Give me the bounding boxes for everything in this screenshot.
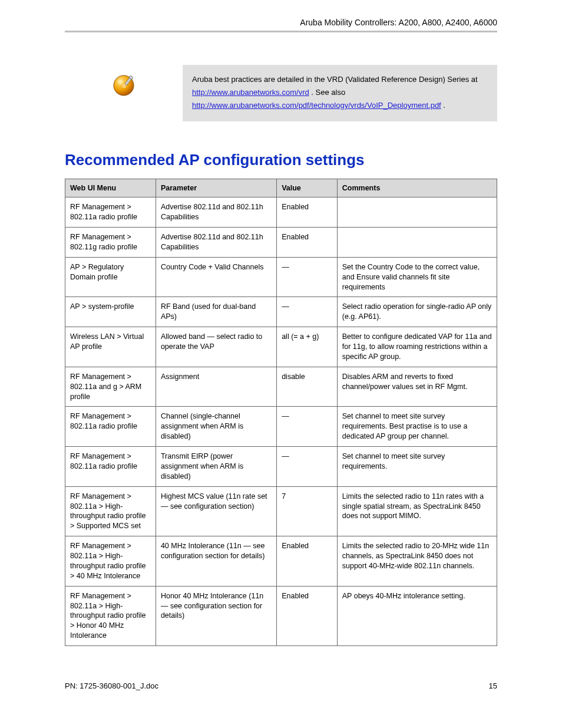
table-row: RF Management > 802.11a > High-throughpu… — [65, 486, 497, 536]
table-row: RF Management > 802.11a > High-throughpu… — [65, 536, 497, 587]
table-header-row: Web UI Menu Parameter Value Comments — [65, 179, 497, 197]
table-row: AP > Regulatory Domain profileCountry Co… — [65, 257, 497, 297]
note-block: Aruba best practices are detailed in the… — [65, 65, 497, 121]
cell-comment: Set the Country Code to the correct valu… — [337, 257, 497, 297]
cell-param: RF Band (used for dual-band APs) — [156, 297, 276, 327]
table-row: Wireless LAN > Virtual AP profileAllowed… — [65, 327, 497, 367]
cell-value: Enabled — [277, 228, 338, 258]
note-mid: . See also — [311, 88, 345, 97]
cell-menu: Wireless LAN > Virtual AP profile — [65, 327, 156, 367]
note-suffix: . — [443, 101, 445, 110]
th-value: Value — [277, 179, 338, 197]
note-prefix: Aruba best practices are detailed in the… — [192, 75, 478, 84]
cell-value: 7 — [277, 486, 338, 536]
svg-point-3 — [118, 80, 123, 84]
cell-menu: AP > system-profile — [65, 297, 156, 327]
cell-param: Allowed band — select radio to operate t… — [156, 327, 276, 367]
note-link-2[interactable]: http://www.arubanetworks.com/pdf/technol… — [192, 101, 441, 110]
svg-point-2 — [123, 84, 127, 88]
cell-comment: Disables ARM and reverts to fixed channe… — [337, 367, 497, 407]
page-header: Aruba Mobility Controllers: A200, A800, … — [65, 18, 497, 27]
th-comment: Comments — [337, 179, 497, 197]
cell-value: — — [277, 257, 338, 297]
pushpin-icon — [111, 71, 137, 97]
cell-param: Highest MCS value (11n rate set — see co… — [156, 486, 276, 536]
cell-param: Channel (single-channel assignment when … — [156, 407, 276, 447]
note-text: Aruba best practices are detailed in the… — [183, 65, 497, 121]
settings-table: Web UI Menu Parameter Value Comments RF … — [65, 179, 497, 646]
cell-value: — — [277, 407, 338, 447]
cell-menu: RF Management > 802.11a > High-throughpu… — [65, 586, 156, 645]
header-rule — [65, 31, 497, 32]
cell-value: Enabled — [277, 197, 338, 228]
table-row: RF Management > 802.11a > High-throughpu… — [65, 586, 497, 645]
cell-comment: AP obeys 40-MHz intolerance setting. — [337, 586, 497, 645]
cell-param: Assignment — [156, 367, 276, 407]
cell-menu: RF Management > 802.11a and g > ARM prof… — [65, 367, 156, 407]
th-menu: Web UI Menu — [65, 179, 156, 197]
cell-value: all (= a + g) — [277, 327, 338, 367]
cell-comment: Limits the selected radio to 11n rates w… — [337, 486, 497, 536]
cell-menu: RF Management > 802.11a radio profile — [65, 447, 156, 487]
table-row: RF Management > 802.11a radio profileCha… — [65, 407, 497, 447]
section-title: Recommended AP configuration settings — [65, 151, 497, 169]
note-icon-wrap — [65, 65, 183, 97]
cell-comment: Select radio operation for single-radio … — [337, 297, 497, 327]
cell-comment: Set channel to meet site survey requirem… — [337, 407, 497, 447]
cell-param: 40 MHz Intolerance (11n — see configurat… — [156, 536, 276, 587]
cell-menu: RF Management > 802.11a radio profile — [65, 197, 156, 228]
table-row: RF Management > 802.11g radio profileAdv… — [65, 228, 497, 258]
cell-menu: RF Management > 802.11a radio profile — [65, 407, 156, 447]
cell-comment — [337, 228, 497, 258]
cell-menu: AP > Regulatory Domain profile — [65, 257, 156, 297]
cell-param: Advertise 802.11d and 802.11h Capabiliti… — [156, 228, 276, 258]
cell-comment — [337, 197, 497, 228]
table-row: RF Management > 802.11a radio profileAdv… — [65, 197, 497, 228]
cell-param: Transmit EIRP (power assignment when ARM… — [156, 447, 276, 487]
cell-comment: Better to configure dedicated VAP for 11… — [337, 327, 497, 367]
cell-value: Enabled — [277, 586, 338, 645]
table-row: AP > system-profileRF Band (used for dua… — [65, 297, 497, 327]
cell-menu: RF Management > 802.11g radio profile — [65, 228, 156, 258]
th-param: Parameter — [156, 179, 276, 197]
cell-comment: Set channel to meet site survey requirem… — [337, 447, 497, 487]
cell-menu: RF Management > 802.11a > High-throughpu… — [65, 536, 156, 587]
cell-comment: Limits the selected radio to 20-MHz wide… — [337, 536, 497, 587]
cell-value: disable — [277, 367, 338, 407]
cell-value: Enabled — [277, 536, 338, 587]
table-row: RF Management > 802.11a and g > ARM prof… — [65, 367, 497, 407]
cell-value: — — [277, 297, 338, 327]
footer-left: PN: 1725-36080-001_J.doc — [65, 681, 158, 690]
cell-menu: RF Management > 802.11a > High-throughpu… — [65, 486, 156, 536]
cell-param: Country Code + Valid Channels — [156, 257, 276, 297]
cell-param: Honor 40 MHz Intolerance (11n — see conf… — [156, 586, 276, 645]
footer-right: 15 — [489, 681, 497, 690]
page-footer: PN: 1725-36080-001_J.doc 15 — [65, 681, 497, 690]
table-row: RF Management > 802.11a radio profileTra… — [65, 447, 497, 487]
cell-value: — — [277, 447, 338, 487]
cell-param: Advertise 802.11d and 802.11h Capabiliti… — [156, 197, 276, 228]
note-link-1[interactable]: http://www.arubanetworks.com/vrd — [192, 88, 309, 97]
